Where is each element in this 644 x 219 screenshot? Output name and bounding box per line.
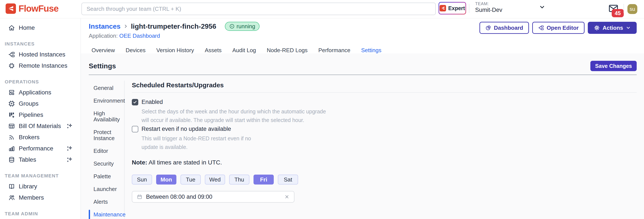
dashboard-button[interactable]: Dashboard — [480, 22, 529, 34]
panel-divider — [132, 92, 637, 93]
day-button-wed[interactable]: Wed — [205, 175, 225, 184]
sidebar-section-instances: INSTANCES — [0, 41, 80, 47]
sidebar-item-bill-of-materials[interactable]: Bill Of Materials — [0, 120, 80, 132]
sidebar-item-brokers[interactable]: Brokers — [0, 132, 80, 143]
notifications-count-badge: 45 — [612, 9, 624, 17]
utc-note: Note: All times are stated in UTC. — [132, 159, 637, 166]
sparkles-icon — [66, 156, 73, 163]
sidebar-item-hosted-instances[interactable]: Hosted Instances — [0, 49, 80, 60]
sidebar-item-library[interactable]: Library — [0, 181, 80, 192]
sidebar-item-performance[interactable]: Performance — [0, 143, 80, 154]
page: FlowFuse Expert TEAM: Sumit-Dev 45 — [0, 0, 644, 219]
pipelines-icon — [8, 111, 15, 118]
application-label: Application: — [89, 33, 118, 39]
application-link[interactable]: OEE Dashboard — [119, 33, 160, 39]
sparkles-icon — [66, 145, 73, 152]
settings-content: Settings Save Changes General Environmen… — [81, 54, 644, 219]
settings-nav-high-availability[interactable]: High Availability — [89, 108, 123, 125]
time-window-field[interactable]: Between 08:00 and 09:00 — [132, 191, 294, 203]
sidebar-item-tables[interactable]: Tables — [0, 154, 80, 165]
instance-name: light-trumpeter-finch-2956 — [131, 23, 216, 30]
settings-divider — [89, 75, 637, 75]
sidebar-item-applications[interactable]: Applications — [0, 87, 80, 98]
gear-icon — [594, 25, 600, 31]
bill-of-materials-icon — [8, 123, 15, 130]
settings-nav-alerts[interactable]: Alerts — [89, 196, 124, 207]
sidebar-item-remote-instances[interactable]: Remote Instances — [0, 60, 80, 71]
day-button-sun[interactable]: Sun — [132, 175, 152, 184]
sidebar-item-label: Bill Of Materials — [19, 123, 66, 130]
sidebar-item-label: Performance — [19, 145, 66, 152]
sidebar-item-groups[interactable]: Groups — [0, 98, 80, 109]
brand-name: FlowFuse — [18, 4, 58, 14]
brokers-icon — [8, 134, 15, 141]
day-button-mon[interactable]: Mon — [156, 175, 176, 184]
panel-title: Scheduled Restarts/Upgrades — [132, 82, 637, 89]
search-input[interactable] — [82, 3, 436, 15]
home-icon — [8, 24, 15, 31]
sidebar-item-pipelines[interactable]: Pipelines — [0, 109, 80, 120]
chevron-down-icon[interactable] — [539, 4, 545, 10]
sidebar-item-members[interactable]: Members — [0, 192, 80, 203]
day-button-fri[interactable]: Fri — [254, 175, 274, 184]
main-area: Instances light-trumpeter-finch-2956 run… — [81, 18, 644, 219]
restart-label: Restart even if no update available — [142, 126, 231, 132]
applications-icon — [8, 89, 15, 96]
restart-description: This will trigger a Node-RED restart eve… — [142, 134, 637, 151]
actions-button-label: Actions — [603, 25, 623, 31]
day-button-sat[interactable]: Sat — [278, 175, 298, 184]
settings-nav: General Environment High Availability Pr… — [89, 81, 124, 218]
sidebar-item-label: Home — [19, 24, 73, 31]
sidebar-item-label: Library — [19, 183, 73, 190]
editor-nodes-icon — [538, 25, 544, 31]
chevron-right-icon — [123, 24, 128, 29]
sidebar-section-team-management: TEAM MANAGEMENT — [0, 173, 80, 179]
sidebar-section-operations: OPERATIONS — [0, 79, 80, 85]
expert-flowfuse-icon — [440, 5, 446, 12]
topbar-divider — [624, 4, 624, 13]
settings-nav-maintenance[interactable]: Maintenance — [89, 209, 124, 219]
sidebar-item-label: Groups — [19, 100, 73, 107]
team-selector[interactable]: TEAM: Sumit-Dev — [475, 1, 502, 13]
expert-button[interactable]: Expert — [438, 2, 466, 15]
groups-icon — [8, 100, 15, 107]
settings-nav-editor[interactable]: Editor — [89, 146, 124, 156]
sidebar-item-label: Remote Instances — [19, 62, 73, 69]
page-title: Settings — [89, 62, 116, 70]
remote-instances-icon — [8, 62, 15, 69]
tables-icon — [8, 156, 15, 163]
settings-nav-launcher[interactable]: Launcher — [89, 184, 124, 194]
sidebar: Home INSTANCES Hosted Instances Remote I… — [0, 18, 81, 219]
breadcrumb-instances-link[interactable]: Instances — [89, 23, 120, 30]
avatar[interactable]: su — [628, 4, 637, 14]
maintenance-panel: Scheduled Restarts/Upgrades Enabled Sele… — [132, 81, 637, 218]
restart-checkbox[interactable] — [132, 126, 138, 132]
settings-nav-palette[interactable]: Palette — [89, 171, 124, 181]
settings-nav-security[interactable]: Security — [89, 158, 124, 169]
open-editor-button[interactable]: Open Editor — [532, 22, 584, 34]
flowfuse-logo[interactable]: FlowFuse — [6, 4, 58, 14]
library-icon — [8, 183, 15, 190]
expert-label: Expert — [448, 5, 465, 12]
sidebar-item-label: Members — [19, 194, 73, 201]
day-button-thu[interactable]: Thu — [229, 175, 250, 184]
sidebar-item-home[interactable]: Home — [0, 22, 80, 33]
settings-nav-protect-instance[interactable]: Protect Instance — [89, 127, 123, 143]
sidebar-section-team-admin: TEAM ADMIN — [0, 211, 80, 217]
settings-nav-general[interactable]: General — [89, 83, 124, 93]
clear-time-icon[interactable] — [284, 194, 290, 199]
topbar: FlowFuse Expert TEAM: Sumit-Dev 45 — [0, 0, 644, 18]
flowfuse-logo-icon — [6, 4, 16, 14]
hosted-instances-icon — [8, 51, 15, 58]
members-icon — [8, 194, 15, 201]
sidebar-item-label: Brokers — [19, 134, 73, 141]
settings-nav-environment[interactable]: Environment — [89, 96, 124, 106]
enabled-checkbox[interactable] — [132, 99, 138, 105]
status-label: running — [236, 23, 255, 30]
enabled-description: Select the days of the week and the hour… — [142, 107, 637, 124]
day-button-tue[interactable]: Tue — [180, 175, 201, 184]
actions-button[interactable]: Actions — [588, 22, 637, 34]
topbar-divider — [469, 4, 469, 13]
save-changes-button[interactable]: Save Changes — [590, 61, 637, 71]
open-editor-button-label: Open Editor — [547, 25, 579, 31]
